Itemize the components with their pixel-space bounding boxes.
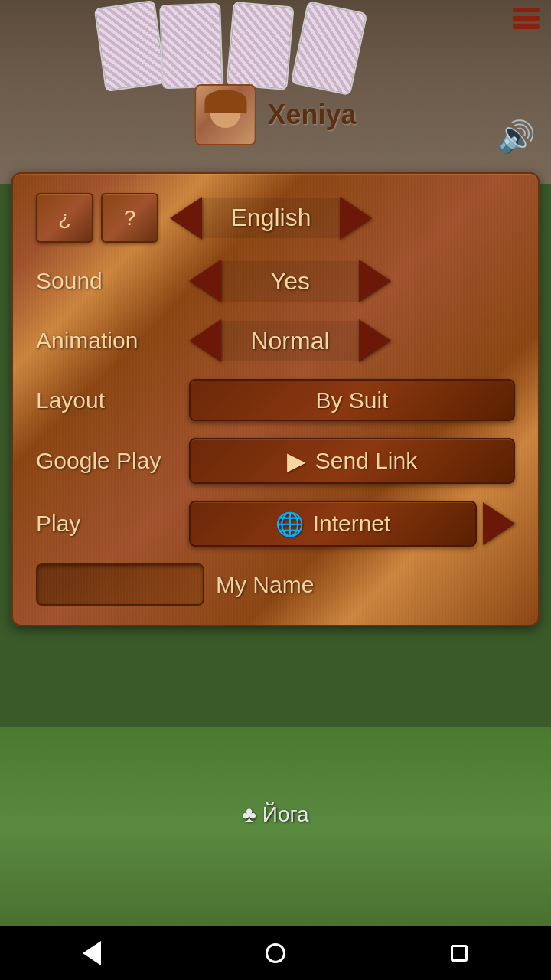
layout-label: Layout [36,387,189,413]
send-link-button[interactable]: ▶ Send Link [189,438,515,484]
language-row: ¿ ? English [36,193,515,243]
myname-input[interactable] [36,564,204,606]
myname-label: My Name [216,572,314,598]
google-play-label: Google Play [36,448,189,474]
recent-apps-button[interactable] [440,938,478,969]
language-display: English [223,204,319,231]
language-prev-button[interactable] [170,197,202,240]
myname-row: My Name [36,564,515,606]
hamburger-line-1 [513,8,540,12]
hamburger-menu[interactable] [513,8,540,29]
hamburger-line-3 [513,24,540,29]
play-row: Play 🌐 Internet [36,501,515,547]
animation-prev-button[interactable] [189,319,221,362]
play-next-button[interactable] [483,502,515,545]
animation-row: Animation Normal [36,319,515,362]
animation-label: Animation [36,328,189,354]
language-icons: ¿ ? [36,193,158,243]
lang-icon-2[interactable]: ? [101,193,158,243]
bottom-player-suit-icon: ♣ [242,802,256,827]
animation-next-button[interactable] [359,319,391,362]
animation-value: Normal [243,327,337,354]
settings-panel: ¿ ? English Sound Yes Animation Normal L… [11,172,540,626]
opponent-cards [0,0,551,92]
sound-value-box: Yes [221,261,359,302]
language-next-button[interactable] [340,197,372,240]
send-link-label: Send Link [315,448,417,474]
card-back-2 [159,3,223,90]
sound-value: Yes [262,267,318,295]
player-area: Xeniya [194,84,356,145]
play-label: Play [36,511,189,537]
play-store-icon: ▶ [287,446,306,475]
sound-row: Sound Yes [36,260,515,302]
home-button[interactable] [256,938,295,969]
bottom-player-name: ♣ Йога [242,802,308,827]
card-back-1 [94,0,167,92]
avatar [194,84,256,145]
globe-icon: 🌐 [276,511,304,537]
lang-icon-1[interactable]: ¿ [36,193,93,243]
hamburger-line-2 [513,16,540,21]
internet-label: Internet [313,511,391,537]
card-back-4 [290,1,367,96]
back-icon [83,941,101,965]
internet-button[interactable]: 🌐 Internet [189,501,477,547]
sound-label: Sound [36,268,189,294]
sound-next-button[interactable] [359,260,391,302]
language-value: English [202,198,340,238]
avatar-image [196,86,254,144]
google-play-row: Google Play ▶ Send Link [36,438,515,484]
recent-icon [451,945,468,962]
bottom-player-name-text: Йога [262,802,309,827]
card-back-3 [226,2,294,91]
layout-button[interactable]: By Suit [189,379,515,421]
home-icon [266,943,285,963]
sound-toggle-icon[interactable]: 🔊 [497,119,536,155]
green-table [0,727,551,926]
sound-prev-button[interactable] [189,260,221,302]
android-nav-bar [0,926,551,980]
bottom-player-area: ♣ Йога [242,802,308,827]
animation-value-box: Normal [221,321,359,361]
back-button[interactable] [73,938,111,969]
layout-row: Layout By Suit [36,379,515,421]
player-name: Xeniya [267,99,356,131]
